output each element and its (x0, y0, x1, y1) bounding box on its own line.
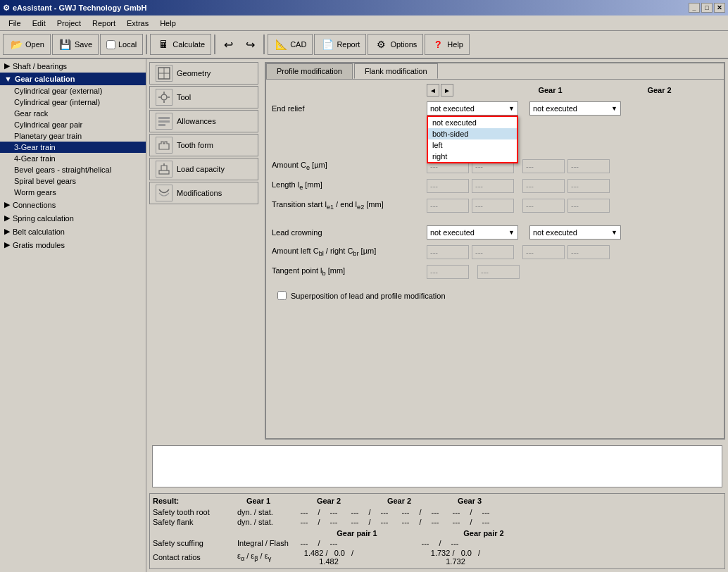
amount-ce-gear2-input[interactable] (522, 159, 565, 173)
end-relief-gear1-dropdown[interactable]: not executed ▼ (427, 101, 518, 116)
options-button[interactable]: ⚙ Options (368, 34, 423, 55)
load-capacity-button[interactable]: Load capacity (149, 158, 258, 180)
sidebar-item-spiral-bevel[interactable]: Spiral bevel gears (0, 175, 146, 187)
end-relief-gear2-dropdown[interactable]: not executed ▼ (529, 101, 621, 116)
menu-help[interactable]: Help (154, 18, 182, 29)
dropdown-option-both-sided[interactable]: both-sided (428, 128, 517, 139)
length-le-gear1b-input[interactable] (472, 179, 514, 193)
sidebar-group-spring[interactable]: ▶ Spring calculation (0, 211, 146, 225)
save-icon: 💾 (58, 37, 73, 51)
sidebar-item-bevel-straight[interactable]: Bevel gears - straight/helical (0, 164, 146, 175)
menu-file[interactable]: File (3, 18, 27, 29)
amount-ce-gear2b-input[interactable] (567, 159, 610, 173)
tab-profile-modification[interactable]: Profile modification (266, 63, 353, 79)
sidebar-item-cylindrical-external[interactable]: Cylindrical gear (external) (0, 85, 146, 97)
modifications-button[interactable]: Modifications (149, 182, 258, 204)
maximize-button[interactable]: □ (701, 3, 713, 13)
toolbar-separator-2 (214, 35, 215, 54)
local-checkbox[interactable] (106, 40, 115, 49)
svg-point-3 (161, 94, 167, 100)
allowances-button[interactable]: Allowances (149, 110, 258, 132)
nav-left-button[interactable]: ◄ (427, 84, 439, 97)
sidebar-item-cylindrical-internal[interactable]: Cylindrical gear (internal) (0, 97, 146, 108)
window-controls[interactable]: _ □ ✕ (689, 3, 725, 13)
cad-button[interactable]: 📐 CAD (268, 34, 313, 55)
nav-right-button[interactable]: ► (441, 84, 453, 97)
sidebar-item-3-gear[interactable]: 3-Gear train (0, 142, 146, 153)
tangent-2-input[interactable] (477, 265, 520, 279)
tab-flank-modification[interactable]: Flank modification (354, 63, 438, 79)
redo-button[interactable]: ↪ (240, 34, 261, 55)
sidebar-item-4-gear[interactable]: 4-Gear train (0, 153, 146, 164)
minimize-button[interactable]: _ (689, 3, 700, 13)
safety-tooth-root-sub: dyn. / stat. (237, 508, 294, 516)
help-icon: ? (431, 37, 445, 51)
result-header: Result: (153, 497, 223, 505)
sidebar-group-gratis[interactable]: ▶ Gratis modules (0, 238, 146, 251)
transition-label: Transition start le1 / end le2 [mm] (272, 200, 427, 211)
str-val8: --- (475, 508, 496, 516)
amount-lr-row: Amount left Cbl / right Cbr [µm] (272, 244, 718, 260)
local-button[interactable]: Local (100, 34, 143, 55)
geometry-button[interactable]: Geometry (149, 62, 258, 85)
lead-crowning-gear1-value: not executed (430, 228, 475, 237)
str-val7: --- (446, 508, 467, 516)
transition-gear2b-input[interactable] (567, 199, 610, 213)
tab-bar: Profile modification Flank modification (266, 63, 724, 80)
menu-extras[interactable]: Extras (121, 18, 154, 29)
undo-button[interactable]: ↩ (218, 34, 239, 55)
transition-gear1b-input[interactable] (472, 199, 514, 213)
open-button[interactable]: 📂 Open (3, 34, 51, 55)
dropdown-option-right[interactable]: right (428, 151, 517, 162)
report-button[interactable]: 📄 Report (314, 34, 366, 55)
toolbar-separator-1 (146, 35, 147, 54)
sidebar: ▶ Shaft / bearings ▼ Gear calculation Cy… (0, 59, 146, 572)
length-le-gear2-input[interactable] (522, 179, 565, 193)
sidebar-group-shaft[interactable]: ▶ Shaft / bearings (0, 59, 146, 73)
amount-lr-4-input[interactable] (567, 245, 610, 259)
gear-calc-arrow-icon: ▼ (4, 75, 12, 83)
length-le-gear1-input[interactable] (427, 179, 469, 193)
transition-gear1-input[interactable] (427, 199, 469, 213)
superposition-checkbox[interactable] (277, 291, 287, 300)
sidebar-group-gear-calc-label: Gear calculation (15, 75, 75, 83)
dropdown-option-not-executed[interactable]: not executed (428, 117, 517, 128)
cr-val2: 1.732 / 0.0 / 1.732 (420, 549, 491, 566)
calculate-button[interactable]: 🖩 Calculate (150, 34, 211, 55)
lead-crowning-gear2-dropdown[interactable]: not executed ▼ (529, 225, 621, 240)
transition-gear2-input[interactable] (522, 199, 565, 213)
allowances-label: Allowances (177, 117, 216, 125)
length-le-gear2b-input[interactable] (567, 179, 610, 193)
sidebar-group-connections[interactable]: ▶ Connections (0, 198, 146, 211)
toolbar-separator-3 (263, 35, 265, 54)
tooth-form-icon (156, 137, 172, 154)
close-button[interactable]: ✕ (714, 3, 725, 13)
amount-lr-3-input[interactable] (522, 245, 565, 259)
tooth-form-button[interactable]: Tooth form (149, 134, 258, 156)
sidebar-group-belt[interactable]: ▶ Belt calculation (0, 225, 146, 238)
amount-lr-1-input[interactable] (427, 245, 469, 259)
main-container: ▶ Shaft / bearings ▼ Gear calculation Cy… (0, 59, 728, 572)
menu-project[interactable]: Project (51, 18, 87, 29)
sidebar-item-gear-rack[interactable]: Gear rack (0, 108, 146, 119)
dropdown-option-left[interactable]: left (428, 139, 517, 151)
amount-lr-2-input[interactable] (472, 245, 514, 259)
sidebar-item-planetary[interactable]: Planetary gear train (0, 130, 146, 142)
lead-crowning-gear1-dropdown[interactable]: not executed ▼ (427, 225, 518, 240)
sidebar-group-gear-calc[interactable]: ▼ Gear calculation (0, 73, 146, 85)
result-gear3-header: Gear 3 (434, 497, 505, 505)
menu-report[interactable]: Report (87, 18, 121, 29)
sidebar-item-worm[interactable]: Worm gears (0, 187, 146, 198)
tool-button[interactable]: Tool (149, 86, 258, 108)
tangent-1-input[interactable] (427, 265, 469, 279)
right-panel: Profile modification Flank modification … (265, 62, 725, 440)
sidebar-group-belt-label: Belt calculation (13, 228, 65, 236)
end-relief-gear1-value: not executed (430, 104, 475, 113)
save-button[interactable]: 💾 Save (52, 34, 99, 55)
tangent-fields (427, 265, 520, 279)
help-button[interactable]: ? Help (425, 34, 470, 55)
lead-crowning-arrow-1: ▼ (508, 229, 515, 236)
geometry-label: Geometry (177, 69, 211, 77)
sidebar-item-cylindrical-pair[interactable]: Cylindrical gear pair (0, 119, 146, 130)
menu-edit[interactable]: Edit (27, 18, 51, 29)
